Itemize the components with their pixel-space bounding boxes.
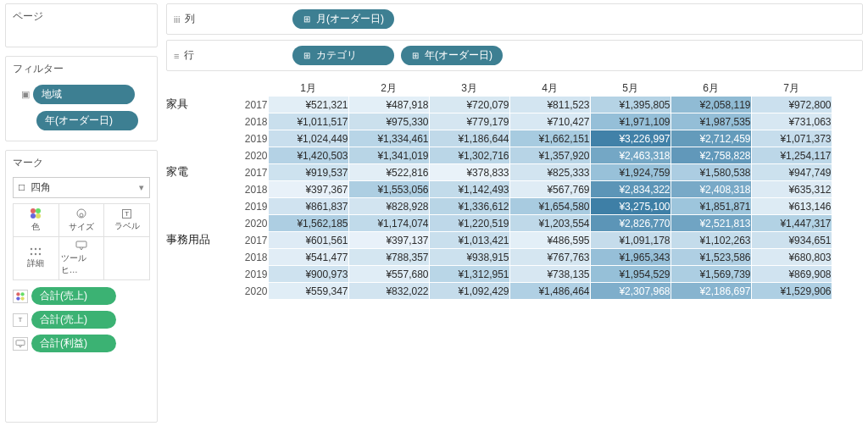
filter-pill-region[interactable]: 地域 <box>33 85 135 104</box>
marks-color[interactable]: 色 <box>14 204 59 237</box>
heatmap-cell[interactable]: ¥738,135 <box>509 266 590 283</box>
heatmap-cell[interactable]: ¥487,918 <box>348 97 429 113</box>
shelf-pill[interactable]: ⊞月(オーダー日) <box>292 9 394 29</box>
shelf-pill[interactable]: ⊞年(オーダー日) <box>401 46 503 65</box>
heatmap-cell[interactable]: ¥541,477 <box>268 249 348 266</box>
heatmap-cell[interactable]: ¥1,851,871 <box>670 198 751 215</box>
heatmap-cell[interactable]: ¥825,333 <box>509 164 590 181</box>
heatmap-cell[interactable]: ¥1,529,906 <box>751 283 832 300</box>
heatmap-cell[interactable]: ¥557,680 <box>348 266 429 283</box>
filter-pill-year[interactable]: 年(オーダー日) <box>36 111 138 130</box>
heatmap-cell[interactable]: ¥1,334,461 <box>348 130 429 147</box>
heatmap-cell[interactable]: ¥522,816 <box>348 164 429 181</box>
heatmap-cell[interactable]: ¥2,834,322 <box>590 181 670 198</box>
heatmap-cell[interactable]: ¥975,330 <box>348 113 429 130</box>
heatmap-cell[interactable]: ¥601,561 <box>268 232 348 249</box>
shelf-pill[interactable]: ⊞カテゴリ <box>292 46 394 65</box>
heatmap-cell[interactable]: ¥1,654,580 <box>509 198 590 215</box>
heatmap-cell[interactable]: ¥1,562,185 <box>268 215 348 232</box>
heatmap-cell[interactable]: ¥2,758,828 <box>670 147 751 164</box>
marks-item[interactable]: 合計(利益) <box>13 333 150 354</box>
heatmap-cell[interactable]: ¥947,749 <box>751 164 832 181</box>
marks-item[interactable]: T合計(売上) <box>13 309 150 330</box>
heatmap-cell[interactable]: ¥710,427 <box>509 113 590 130</box>
heatmap-cell[interactable]: ¥1,071,373 <box>751 130 832 147</box>
heatmap-cell[interactable]: ¥779,179 <box>429 113 509 130</box>
heatmap-cell[interactable]: ¥2,521,813 <box>670 215 751 232</box>
heatmap-cell[interactable]: ¥1,395,805 <box>590 97 670 113</box>
heatmap-cell[interactable]: ¥720,079 <box>429 97 509 113</box>
heatmap-cell[interactable]: ¥3,275,100 <box>590 198 670 215</box>
heatmap-cell[interactable]: ¥1,954,529 <box>590 266 670 283</box>
marks-detail[interactable]: 詳細 <box>14 237 59 280</box>
heatmap-cell[interactable]: ¥378,833 <box>429 164 509 181</box>
heatmap-cell[interactable]: ¥811,523 <box>509 97 590 113</box>
heatmap-cell[interactable]: ¥1,924,759 <box>590 164 670 181</box>
heatmap-cell[interactable]: ¥2,186,697 <box>670 283 751 300</box>
heatmap-cell[interactable]: ¥1,102,263 <box>670 232 751 249</box>
heatmap-cell[interactable]: ¥1,011,517 <box>268 113 348 130</box>
heatmap-cell[interactable]: ¥1,142,493 <box>429 181 509 198</box>
heatmap-cell[interactable]: ¥1,569,739 <box>670 266 751 283</box>
heatmap-cell[interactable]: ¥1,662,151 <box>509 130 590 147</box>
marks-item[interactable]: 合計(売上) <box>13 285 150 307</box>
heatmap-cell[interactable]: ¥397,367 <box>268 181 348 198</box>
heatmap-cell[interactable]: ¥919,537 <box>268 164 348 181</box>
heatmap-cell[interactable]: ¥767,763 <box>509 249 590 266</box>
heatmap-cell[interactable]: ¥1,965,343 <box>590 249 670 266</box>
heatmap-cell[interactable]: ¥680,803 <box>751 249 832 266</box>
heatmap-cell[interactable]: ¥1,174,074 <box>348 215 429 232</box>
heatmap-cell[interactable]: ¥1,092,429 <box>429 283 509 300</box>
heatmap-cell[interactable]: ¥1,302,716 <box>429 147 509 164</box>
heatmap-cell[interactable]: ¥972,800 <box>751 97 832 113</box>
heatmap-cell[interactable]: ¥1,203,554 <box>509 215 590 232</box>
heatmap-cell[interactable]: ¥1,312,951 <box>429 266 509 283</box>
heatmap-cell[interactable]: ¥613,146 <box>751 198 832 215</box>
heatmap-cell[interactable]: ¥567,769 <box>509 181 590 198</box>
heatmap-cell[interactable]: ¥1,987,535 <box>670 113 751 130</box>
heatmap-cell[interactable]: ¥832,022 <box>348 283 429 300</box>
heatmap-cell[interactable]: ¥486,595 <box>509 232 590 249</box>
heatmap-cell[interactable]: ¥3,226,997 <box>590 130 670 147</box>
heatmap-cell[interactable]: ¥1,553,056 <box>348 181 429 198</box>
heatmap-cell[interactable]: ¥1,220,519 <box>429 215 509 232</box>
heatmap-cell[interactable]: ¥2,826,770 <box>590 215 670 232</box>
marks-type-select[interactable]: □ 四角 ▾ <box>13 177 150 198</box>
heatmap-cell[interactable]: ¥1,254,117 <box>751 147 832 164</box>
heatmap-cell[interactable]: ¥934,651 <box>751 232 832 249</box>
rows-shelf[interactable]: ≡ 行 ⊞カテゴリ⊞年(オーダー日) <box>166 40 863 71</box>
heatmap-cell[interactable]: ¥1,341,019 <box>348 147 429 164</box>
heatmap-cell[interactable]: ¥1,091,178 <box>590 232 670 249</box>
heatmap-cell[interactable]: ¥1,447,317 <box>751 215 832 232</box>
heatmap-cell[interactable]: ¥2,307,968 <box>590 283 670 300</box>
heatmap-cell[interactable]: ¥788,357 <box>348 249 429 266</box>
heatmap-cell[interactable]: ¥2,408,318 <box>670 181 751 198</box>
marks-tooltip[interactable]: ツールヒ… <box>59 237 105 280</box>
heatmap-cell[interactable]: ¥1,420,503 <box>268 147 348 164</box>
heatmap-cell[interactable]: ¥828,928 <box>348 198 429 215</box>
heatmap-cell[interactable]: ¥2,712,459 <box>670 130 751 147</box>
heatmap-cell[interactable]: ¥869,908 <box>751 266 832 283</box>
heatmap-cell[interactable]: ¥2,058,119 <box>670 97 751 113</box>
marks-size[interactable]: サイズ <box>59 204 105 237</box>
heatmap-cell[interactable]: ¥397,137 <box>348 232 429 249</box>
marks-item-pill[interactable]: 合計(売上) <box>31 287 116 305</box>
heatmap-cell[interactable]: ¥731,063 <box>751 113 832 130</box>
heatmap-cell[interactable]: ¥1,024,449 <box>268 130 348 147</box>
heatmap-cell[interactable]: ¥521,321 <box>268 97 348 113</box>
heatmap-cell[interactable]: ¥2,463,318 <box>590 147 670 164</box>
heatmap-cell[interactable]: ¥559,347 <box>268 283 348 300</box>
heatmap-cell[interactable]: ¥1,013,421 <box>429 232 509 249</box>
heatmap-cell[interactable]: ¥1,523,586 <box>670 249 751 266</box>
heatmap-cell[interactable]: ¥1,336,612 <box>429 198 509 215</box>
heatmap-cell[interactable]: ¥1,186,644 <box>429 130 509 147</box>
heatmap-cell[interactable]: ¥1,357,920 <box>509 147 590 164</box>
heatmap-cell[interactable]: ¥861,837 <box>268 198 348 215</box>
columns-shelf[interactable]: iii 列 ⊞月(オーダー日) <box>166 3 863 35</box>
heatmap-cell[interactable]: ¥900,973 <box>268 266 348 283</box>
heatmap-cell[interactable]: ¥635,312 <box>751 181 832 198</box>
heatmap-cell[interactable]: ¥1,971,109 <box>590 113 670 130</box>
heatmap-cell[interactable]: ¥1,486,464 <box>509 283 590 300</box>
marks-item-pill[interactable]: 合計(売上) <box>31 311 116 329</box>
marks-item-pill[interactable]: 合計(利益) <box>31 335 116 352</box>
